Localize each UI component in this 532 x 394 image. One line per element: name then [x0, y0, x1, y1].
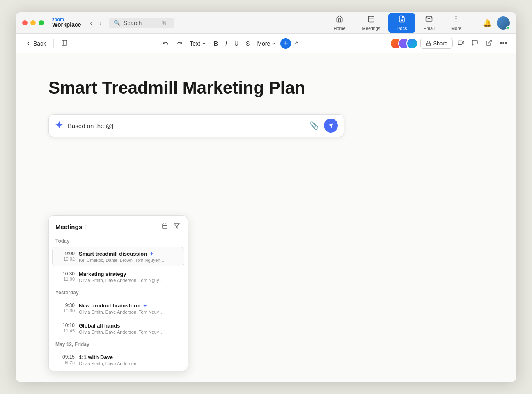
filter-icon[interactable]	[172, 222, 181, 231]
search-shortcut: ⌘F	[162, 20, 170, 26]
title-bar: zoom Workplace ‹ › 🔍 Search ⌘F Home	[16, 12, 516, 34]
meeting-end-4: 11:45	[63, 328, 75, 333]
nav-tabs: Home Meetings Docs Email	[325, 13, 470, 33]
meeting-start-1: 9:00	[65, 251, 75, 257]
meeting-name-5: 1:1 with Dave	[79, 354, 113, 360]
notifications-icon[interactable]: 🔔	[483, 18, 492, 27]
calendar-icon[interactable]	[161, 222, 169, 231]
redo-button[interactable]	[173, 38, 186, 48]
collaborators-group[interactable]	[390, 38, 418, 49]
toolbar-divider-1	[53, 39, 54, 48]
maximize-button[interactable]	[39, 20, 44, 25]
search-icon: 🔍	[114, 20, 120, 26]
meeting-participants-4: Olivia Smith, Dave Anderson, Tom Nguyen.…	[79, 330, 165, 334]
meetings-help-icon[interactable]: ?	[85, 224, 87, 230]
close-button[interactable]	[22, 20, 28, 25]
meeting-end-5: 09:25	[63, 360, 75, 365]
text-style-label: Text	[190, 40, 200, 47]
nav-tab-email[interactable]: Email	[415, 13, 443, 33]
doc-content-area: Smart Treadmill Marketing Plan Based on …	[16, 53, 516, 382]
svg-rect-0	[368, 16, 374, 22]
meeting-item-brainstorm[interactable]: 9:30 10:00 New product brainstorm ✦ Oliv…	[52, 299, 184, 318]
section-may12-label: May 12, Friday	[49, 339, 188, 350]
svg-rect-15	[163, 224, 167, 229]
online-status-dot	[506, 26, 510, 30]
meetings-title-row: Meetings ?	[55, 223, 87, 230]
video-button[interactable]	[455, 37, 467, 50]
meeting-time-4: 10:10 11:45	[57, 323, 75, 333]
back-button[interactable]: Back	[22, 38, 49, 49]
meeting-spark-1: ✦	[149, 251, 154, 257]
meeting-participants-5: Olivia Smith, Dave Anderson	[79, 361, 165, 366]
meeting-item-treadmill[interactable]: 9:00 10:02 Smart treadmill discussion ✦ …	[52, 247, 184, 266]
meeting-item-allhands[interactable]: 10:10 11:45 Global all hands Olivia Smit…	[52, 319, 184, 338]
nav-tab-docs[interactable]: Docs	[388, 13, 415, 33]
meetings-label: Meetings	[362, 26, 381, 31]
home-icon	[336, 15, 343, 25]
meetings-panel-title: Meetings	[55, 223, 82, 230]
meeting-item-11dave[interactable]: 09:15 09:25 1:1 with Dave Olivia Smith, …	[52, 350, 184, 370]
more-options-button[interactable]: •••	[497, 37, 510, 50]
nav-tab-more[interactable]: More	[443, 13, 470, 33]
add-content-button[interactable]: +	[280, 38, 291, 49]
collapse-toolbar-button[interactable]	[292, 38, 302, 49]
underline-label: U	[234, 40, 238, 47]
search-bar[interactable]: 🔍 Search ⌘F	[109, 18, 174, 28]
meeting-end-2: 11:00	[63, 277, 75, 282]
user-avatar[interactable]	[497, 16, 510, 30]
meeting-participants-2: Olivia Smith, Dave Anderson, Tom Nguyen.…	[79, 278, 165, 283]
undo-button[interactable]	[159, 38, 172, 48]
meeting-time-5: 09:15 09:25	[57, 354, 75, 365]
meeting-time-1: 9:00 10:02	[57, 251, 75, 261]
meeting-end-1: 10:02	[63, 257, 75, 261]
meeting-item-marketing[interactable]: 10:30 11:00 Marketing strategy Olivia Sm…	[52, 267, 184, 286]
meeting-title-row-1: Smart treadmill discussion ✦	[79, 251, 179, 257]
meeting-info-4: Global all hands Olivia Smith, Dave Ande…	[79, 323, 179, 334]
meeting-title-row-3: New product brainstorm ✦	[79, 302, 179, 309]
meeting-title-row-2: Marketing strategy	[79, 271, 179, 277]
doc-title: Smart Treadmill Marketing Plan	[48, 78, 484, 98]
svg-rect-13	[458, 41, 462, 44]
email-icon	[425, 15, 433, 25]
docs-label: Docs	[397, 26, 407, 31]
section-today-label: Today	[49, 236, 188, 246]
meetings-panel-header: Meetings ?	[49, 216, 188, 236]
minimize-button[interactable]	[30, 20, 36, 25]
meeting-info-3: New product brainstorm ✦ Olivia Smith, D…	[79, 302, 179, 314]
more-icon	[452, 15, 460, 25]
meeting-start-5: 09:15	[62, 354, 75, 360]
collaborator-avatar-3	[406, 38, 418, 49]
svg-point-7	[456, 18, 457, 19]
meeting-time-3: 9:30 10:00	[57, 302, 75, 313]
sidebar-toggle-button[interactable]	[58, 37, 71, 50]
meeting-end-3: 10:00	[63, 308, 75, 313]
text-style-dropdown[interactable]: Text	[186, 39, 210, 48]
strikethrough-button[interactable]: S	[243, 38, 253, 49]
ai-attach-button[interactable]: 📎	[308, 120, 320, 131]
ai-input-field[interactable]: Based on the @|	[68, 122, 304, 129]
app-window: zoom Workplace ‹ › 🔍 Search ⌘F Home	[16, 12, 516, 382]
ai-send-button[interactable]	[324, 119, 338, 133]
meeting-start-4: 10:10	[62, 323, 75, 328]
toolbar-right: Share •••	[390, 37, 510, 50]
toolbar: Back Text B I U	[16, 34, 516, 53]
zoom-logo: zoom Workplace	[52, 17, 81, 28]
nav-back-arrow[interactable]: ‹	[88, 18, 95, 27]
nav-tab-home[interactable]: Home	[325, 13, 353, 33]
comment-button[interactable]	[469, 37, 481, 50]
meeting-info-5: 1:1 with Dave Olivia Smith, Dave Anderso…	[79, 354, 179, 366]
nav-tab-meetings[interactable]: Meetings	[354, 13, 389, 33]
nav-forward-arrow[interactable]: ›	[97, 18, 104, 27]
svg-marker-19	[174, 224, 179, 228]
external-link-button[interactable]	[483, 37, 495, 50]
svg-point-8	[456, 21, 457, 21]
italic-button[interactable]: I	[222, 38, 230, 49]
more-format-dropdown[interactable]: More	[254, 39, 280, 48]
toolbar-center: Text B I U S More +	[159, 38, 302, 49]
underline-button[interactable]: U	[231, 38, 242, 49]
meeting-start-3: 9:30	[65, 302, 75, 308]
meeting-title-row-4: Global all hands	[79, 323, 179, 329]
share-button[interactable]: Share	[420, 38, 453, 49]
title-bar-right: 🔔	[483, 16, 510, 30]
bold-button[interactable]: B	[211, 38, 221, 49]
